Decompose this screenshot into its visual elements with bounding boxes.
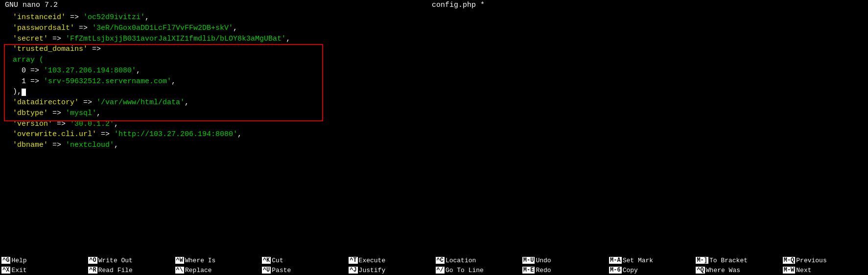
shortcut-label-bracket: To Bracket	[709, 257, 748, 264]
shortcut-cut[interactable]: ^K Cut	[260, 255, 347, 265]
shortcut-key-setmark: M-A	[609, 257, 622, 264]
code-line: array (	[4, 55, 864, 66]
title-spacer	[859, 1, 863, 9]
shortcut-go-to-line[interactable]: ^/ Go To Line	[434, 265, 521, 275]
shortcut-redo[interactable]: M-E Redo	[521, 265, 608, 275]
shortcut-copy[interactable]: M-6 Copy	[608, 265, 694, 275]
app-name: GNU nano 7.2	[5, 1, 58, 9]
code-line: 'passwordsalt' => '3eR/hGox0aDD1LcFl7VvF…	[4, 23, 864, 34]
editor-area: 'instanceid' => 'oc52d9ivitzi', 'passwor…	[0, 10, 868, 255]
shortcut-key-replace: ^\	[175, 267, 184, 274]
code-line: 1 => 'srv-59632512.servername.com',	[4, 76, 864, 87]
shortcut-key-previous: M-Q	[783, 257, 796, 264]
shortcut-label-wherewas: Where Was	[706, 267, 740, 274]
shortcut-execute[interactable]: ^T Execute	[347, 255, 434, 265]
shortcut-label-setmark: Set Mark	[623, 257, 653, 264]
code-line: ),	[4, 87, 864, 97]
shortcut-label-cut: Cut	[272, 257, 283, 264]
shortcut-key-bracket: M-]	[696, 257, 708, 264]
shortcut-replace[interactable]: ^\ Replace	[174, 265, 260, 275]
text-cursor	[22, 89, 26, 96]
shortcut-label-next: Next	[796, 267, 811, 274]
shortcut-label-previous: Previous	[796, 257, 826, 264]
shortcut-exit[interactable]: ^X Exit	[0, 265, 87, 275]
shortcut-to-bracket[interactable]: M-] To Bracket	[694, 255, 781, 265]
shortcut-paste[interactable]: ^U Paste	[260, 265, 347, 275]
code-line: 'version' => '30.0.1.2',	[4, 119, 864, 130]
shortcut-label-execute: Execute	[359, 257, 386, 264]
shortcut-read-file[interactable]: ^R Read File	[87, 265, 173, 275]
code-line: 'dbtype' => 'mysql',	[4, 108, 864, 119]
shortcut-label-help: Help	[11, 257, 26, 264]
shortcut-key-wherewas: ^Q	[696, 267, 704, 274]
shortcut-key-execute: ^T	[349, 257, 357, 264]
shortcut-label-copy: Copy	[623, 267, 638, 274]
shortcut-key-goto: ^/	[436, 267, 445, 274]
shortcut-key-copy: M-6	[609, 267, 622, 274]
shortcut-where-is[interactable]: ^W Where Is	[174, 255, 260, 265]
code-line: 'dbname' => 'nextcloud',	[4, 140, 864, 151]
shortcut-key-paste: ^U	[262, 267, 271, 274]
code-line: 'instanceid' => 'oc52d9ivitzi',	[4, 12, 864, 23]
shortcut-key-location: ^C	[436, 257, 445, 264]
shortcut-key-help: ^G	[1, 257, 10, 264]
code-line: 0 => '103.27.206.194:8080',	[4, 66, 864, 76]
shortcut-next[interactable]: M-W Next	[781, 265, 868, 275]
code-line: 'overwrite.cli.url' => 'http://103.27.20…	[4, 129, 864, 140]
shortcut-label-undo: Undo	[536, 257, 551, 264]
title-bar: GNU nano 7.2 config.php *	[0, 0, 868, 10]
shortcut-set-mark[interactable]: M-A Set Mark	[608, 255, 694, 265]
file-name: config.php *	[432, 1, 485, 9]
shortcut-label-redo: Redo	[536, 267, 551, 274]
shortcut-label-where: Where Is	[185, 257, 215, 264]
shortcut-justify[interactable]: ^J Justify	[347, 265, 434, 275]
shortcut-key-justify: ^J	[349, 267, 357, 274]
code-line: 'trusted_domains' =>	[4, 44, 864, 55]
shortcut-label-write: Write Out	[98, 257, 133, 264]
shortcut-where-was[interactable]: ^Q Where Was	[694, 265, 781, 275]
shortcut-key-write: ^O	[88, 257, 97, 264]
shortcut-label-exit: Exit	[11, 267, 26, 274]
shortcut-row-1: ^G Help ^O Write Out ^W Where Is ^K Cut …	[0, 255, 868, 265]
shortcut-write-out[interactable]: ^O Write Out	[87, 255, 173, 265]
shortcut-location[interactable]: ^C Location	[434, 255, 521, 265]
shortcut-help[interactable]: ^G Help	[0, 255, 87, 265]
shortcut-key-next: M-W	[783, 267, 796, 274]
shortcut-previous[interactable]: M-Q Previous	[781, 255, 868, 265]
bottom-bar: ^G Help ^O Write Out ^W Where Is ^K Cut …	[0, 255, 868, 275]
shortcut-key-undo: M-U	[522, 257, 535, 264]
code-line: 'datadirectory' => '/var/www/html/data',	[4, 97, 864, 108]
shortcut-label-read: Read File	[98, 267, 133, 274]
shortcut-key-where: ^W	[175, 257, 184, 264]
shortcut-key-cut: ^K	[262, 257, 271, 264]
shortcut-key-read: ^R	[88, 267, 97, 274]
shortcut-key-exit: ^X	[1, 267, 10, 274]
shortcut-key-redo: M-E	[522, 267, 535, 274]
code-line: 'secret' => 'FfZmtLsjbxjjB031avorJalXIZ1…	[4, 34, 864, 45]
shortcut-label-justify: Justify	[359, 267, 386, 274]
shortcut-undo[interactable]: M-U Undo	[521, 255, 608, 265]
shortcut-label-replace: Replace	[185, 267, 212, 274]
shortcut-label-goto: Go To Line	[446, 267, 484, 274]
shortcut-label-location: Location	[446, 257, 476, 264]
shortcut-row-2: ^X Exit ^R Read File ^\ Replace ^U Paste…	[0, 265, 868, 275]
shortcut-label-paste: Paste	[272, 267, 291, 274]
